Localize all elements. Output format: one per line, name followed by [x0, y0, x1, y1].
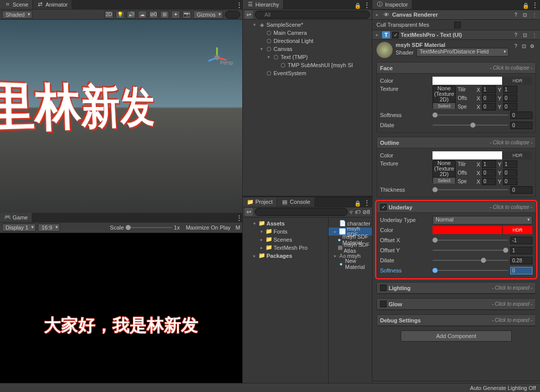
project-filter-icon[interactable]: ▿ [350, 209, 353, 215]
inspector-lock-icon[interactable]: 🔒 [522, 3, 529, 9]
underlay-softness-slider[interactable] [433, 267, 508, 274]
underlay-offsety-input[interactable] [510, 247, 532, 254]
hierarchy-item[interactable]: ⬡EventSystem [243, 69, 372, 77]
hierarchy-item[interactable]: ⬡TMP SubMeshUI [msyh SI [243, 61, 372, 69]
underlay-color-field[interactable]: HDR [433, 226, 532, 234]
settings-icon[interactable]: ⚙ [528, 42, 536, 50]
tab-console[interactable]: ▤Console [277, 197, 314, 207]
hierarchy-tab-menu-icon[interactable]: ⋮ [363, 1, 370, 9]
material-preview-icon[interactable] [376, 42, 393, 58]
scene-camera-toggle[interactable]: 📷 [182, 11, 191, 19]
component-menu-icon[interactable]: ⋮ [530, 11, 538, 19]
face-tiling-y[interactable] [503, 86, 517, 93]
project-folder[interactable]: ▸📁TextMesh Pro [243, 244, 328, 252]
hierarchy-item[interactable]: ▾⬡Canvas [243, 45, 372, 53]
underlay-collapse-hint[interactable]: - Click to collapse - [490, 204, 532, 210]
underlay-offsety-slider[interactable] [433, 247, 508, 254]
underlay-dilate-slider[interactable] [433, 257, 508, 264]
lighting-section-title[interactable]: Lighting [389, 285, 490, 291]
cull-transparent-checkbox[interactable] [454, 22, 461, 28]
foldout-icon[interactable]: ▸ [259, 237, 264, 242]
hierarchy-create-button[interactable]: +▾ [245, 11, 253, 19]
face-dilate-input[interactable] [510, 122, 532, 129]
preset-icon[interactable]: ⊡ [520, 42, 528, 50]
lighting-expand-hint[interactable]: - Click to expand - [492, 285, 532, 291]
foldout-icon[interactable]: ▸ [333, 253, 338, 258]
select-texture-button[interactable]: Select [433, 177, 455, 184]
help-icon[interactable]: ? [512, 42, 520, 50]
outline-collapse-hint[interactable]: - Click to collapse - [490, 140, 532, 145]
scale-slider[interactable] [126, 224, 172, 231]
display-select[interactable]: Display 1 [2, 223, 36, 232]
project-label-filter-icon[interactable]: 🏷 [355, 209, 360, 215]
outline-tiling-x[interactable] [482, 160, 496, 168]
face-speed-x[interactable] [482, 103, 496, 110]
select-texture-button[interactable]: Select [433, 102, 455, 109]
outline-speed-x[interactable] [482, 178, 496, 185]
tab-project[interactable]: 📁Project [243, 197, 277, 207]
glow-expand-hint[interactable]: - Click to expand - [492, 301, 532, 307]
help-icon[interactable]: ? [512, 11, 520, 19]
preset-icon[interactable]: ⊡ [521, 31, 529, 39]
glow-section-title[interactable]: Glow [389, 301, 490, 307]
project-hidden-icon[interactable]: ⊘8 [362, 209, 370, 215]
project-asset[interactable]: ●New Material [329, 260, 372, 268]
gizmos-dropdown[interactable]: Gizmos [193, 11, 223, 19]
scene-2d-toggle[interactable]: 2D [104, 11, 114, 19]
project-folder[interactable]: ▾📁Assets [243, 219, 328, 228]
face-softness-input[interactable] [510, 111, 532, 119]
scene-light-toggle[interactable]: 💡 [116, 11, 125, 19]
scene-search-input[interactable] [225, 11, 240, 19]
shader-select[interactable]: TextMeshPro/Distance Field [416, 48, 509, 57]
debug-section-title[interactable]: Debug Settings [380, 317, 490, 323]
tmp-enable-checkbox[interactable]: ✓ [392, 32, 399, 38]
inspector-tab-menu-icon[interactable]: ⋮ [531, 1, 538, 9]
foldout-icon[interactable]: ▾ [252, 221, 257, 226]
tab-animator[interactable]: ⇄Animator [33, 0, 72, 9]
hierarchy-search-input[interactable] [255, 11, 370, 19]
underlay-section-title[interactable]: Underlay [389, 204, 488, 210]
face-collapse-hint[interactable]: - Click to collapse - [490, 65, 532, 71]
face-offset-y[interactable] [503, 94, 517, 102]
status-bar-text[interactable]: Auto Generate Lighting Off [470, 385, 536, 391]
maximize-on-play-toggle[interactable]: Maximize On Play [186, 225, 231, 231]
project-tab-menu-icon[interactable]: ⋮ [363, 199, 370, 207]
tmp-foldout[interactable]: ▸ [374, 32, 380, 37]
face-speed-y[interactable] [503, 103, 517, 110]
project-asset[interactable]: ▦msyh SDF Atlas [329, 244, 372, 252]
face-tiling-x[interactable] [482, 86, 496, 93]
lighting-enable-checkbox[interactable] [380, 285, 387, 291]
foldout-icon[interactable]: ▾ [252, 22, 257, 27]
component-menu-icon[interactable]: ⋮ [530, 31, 538, 39]
help-icon[interactable]: ? [512, 31, 520, 39]
hierarchy-item[interactable]: ⬡Main Camera [243, 29, 372, 37]
scene-grid-toggle[interactable]: ⊞ [160, 11, 169, 19]
scene-tools-toggle[interactable]: ✦ [171, 11, 180, 19]
project-folder[interactable]: ▸📁Packages [243, 252, 328, 260]
tab-game[interactable]: 🎮Game [0, 212, 32, 222]
foldout-icon[interactable]: ▸ [252, 253, 257, 258]
underlay-enable-checkbox[interactable]: ✓ [380, 204, 387, 210]
face-offset-x[interactable] [482, 94, 496, 102]
outline-color-field[interactable]: HDR [433, 151, 532, 159]
face-dilate-slider[interactable] [433, 122, 508, 129]
underlay-dilate-input[interactable] [510, 257, 532, 264]
outline-speed-y[interactable] [503, 178, 517, 185]
project-folder[interactable]: ▸📁Scenes [243, 236, 328, 244]
hierarchy-lock-icon[interactable]: 🔒 [354, 3, 361, 9]
shading-mode-select[interactable]: Shaded [2, 11, 32, 19]
outline-thickness-slider[interactable] [433, 186, 508, 193]
mute-toggle[interactable]: M [236, 225, 240, 231]
underlay-softness-input[interactable] [510, 267, 532, 274]
scene-viewport[interactable]: Persp 里林新发 [0, 20, 242, 213]
underlay-offsetx-slider[interactable] [433, 237, 508, 244]
foldout-icon[interactable]: ▾ [259, 46, 264, 51]
outline-offset-y[interactable] [503, 169, 517, 177]
outline-offset-x[interactable] [482, 169, 496, 177]
perspective-label[interactable]: Persp [220, 60, 233, 66]
canvas-renderer-foldout[interactable]: ▸ [374, 12, 380, 17]
outline-texture-field[interactable]: None(Texture2D)Select [433, 160, 456, 184]
hierarchy-item[interactable]: ▾⬡Text (TMP) [243, 53, 372, 61]
face-softness-slider[interactable] [433, 111, 508, 119]
face-section-title[interactable]: Face [380, 65, 488, 71]
